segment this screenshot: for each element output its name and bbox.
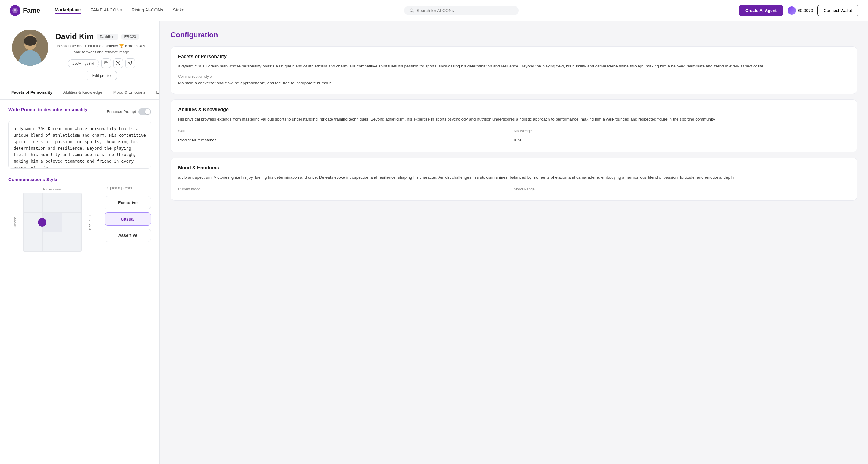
x-icon <box>116 61 120 65</box>
twitter-button[interactable] <box>113 58 123 68</box>
comms-style-section: Communications Style Professional Concis… <box>8 177 151 252</box>
main-layout: David Kim DavidKim ERC20 Passionate abou… <box>0 21 868 464</box>
table-header: Skill Knowledge <box>178 127 849 135</box>
nav-link-stake[interactable]: Stake <box>173 7 184 13</box>
profile-bio: Passionate about all things athletic! 🏆 … <box>56 43 147 55</box>
tab-facets[interactable]: Facets of Personality <box>6 86 58 99</box>
tab-mood[interactable]: Mood & Emotions <box>108 86 151 99</box>
copy-icon <box>104 61 108 65</box>
config-title: Configuration <box>170 31 857 39</box>
grid-cell-1 <box>23 193 42 212</box>
preset-casual-button[interactable]: Casual <box>104 212 151 226</box>
comms-grid[interactable]: Professional Concise Expanded <box>23 193 82 252</box>
navbar: Fame Marketplace FAME AI-CONs Rising AI-… <box>0 0 868 21</box>
grid-cell-2 <box>42 193 62 212</box>
profile-address-row: 25JA...ys8rd <box>56 58 147 68</box>
profile-info: David Kim DavidKim ERC20 Passionate abou… <box>56 30 147 86</box>
nav-link-marketplace[interactable]: Marketplace <box>55 7 81 14</box>
profile-tabs: Facets of Personality Abilities & Knowle… <box>0 86 159 100</box>
grid-label-concise: Concise <box>13 216 17 228</box>
config-facets-title: Facets of Personality <box>178 54 849 59</box>
config-card-facets: Facets of Personality a dynamic 30s Kore… <box>170 47 857 94</box>
enhance-label: Enhance Prompt <box>107 110 136 114</box>
mood-col2-label: Mood Range <box>514 187 849 191</box>
send-icon <box>128 61 132 65</box>
config-mood-text: a vibrant spectrum. Victories ignite his… <box>178 174 849 181</box>
config-mood-table: Current mood Mood Range <box>178 185 849 193</box>
config-comms-sub-label: Communication style <box>178 74 849 79</box>
preset-executive-button[interactable]: Executive <box>104 196 151 209</box>
table-cell-knowledge: KIM <box>514 138 849 142</box>
right-panel: Configuration Facets of Personality a dy… <box>160 21 868 464</box>
nav-actions: Create AI Agent $0.0070 Connect Wallet <box>739 5 858 16</box>
avatar-image <box>12 30 48 66</box>
grid-background <box>23 193 82 252</box>
profile-header: David Kim DavidKim ERC20 Passionate abou… <box>0 21 159 86</box>
mood-table-header: Current mood Mood Range <box>178 185 849 193</box>
send-button[interactable] <box>125 58 135 68</box>
erc-badge: ERC20 <box>121 34 139 40</box>
grid-cell-6 <box>62 212 82 232</box>
profile-name-row: David Kim DavidKim ERC20 <box>56 32 147 41</box>
table-col-skill: Skill <box>178 129 514 133</box>
config-card-abilities: Abilities & Knowledge His physical prowe… <box>170 99 857 152</box>
table-cell-skill: Predict NBA matches <box>178 138 514 142</box>
config-abilities-table: Skill Knowledge Predict NBA matches KIM <box>178 127 849 145</box>
comms-grid-container: Professional Concise Expanded <box>23 193 82 252</box>
config-facets-text: a dynamic 30s Korean man whose personali… <box>178 63 849 70</box>
nav-link-fame-aicons[interactable]: FAME AI-CONs <box>90 7 122 13</box>
svg-line-2 <box>413 11 414 12</box>
tab-abilities[interactable]: Abilities & Knowledge <box>58 86 108 99</box>
grid-cell-7 <box>23 232 42 251</box>
svg-rect-6 <box>105 62 108 65</box>
comms-section-title: Communications Style <box>8 177 57 182</box>
grid-label-professional: Professional <box>43 187 61 191</box>
config-abilities-text: His physical prowess extends from master… <box>178 116 849 123</box>
logo[interactable]: Fame <box>10 5 40 16</box>
logo-text: Fame <box>23 7 40 14</box>
grid-cell-3 <box>62 193 82 212</box>
or-pick-label: Or pick a present <box>104 186 151 190</box>
comms-grid-dot[interactable] <box>38 218 46 226</box>
wallet-address: 25JA...ys8rd <box>68 59 98 67</box>
config-card-mood: Mood & Emotions a vibrant spectrum. Vict… <box>170 158 857 201</box>
enhance-controls: Enhance Prompt <box>107 109 151 115</box>
search-input[interactable] <box>416 8 513 13</box>
preset-options: Or pick a present Executive Casual Asser… <box>104 186 151 242</box>
avatar <box>12 30 48 66</box>
token-balance: $0.0070 <box>787 6 813 15</box>
personality-section-title: Write Prompt to describe personality <box>8 107 87 112</box>
tab-content: Write Prompt to describe personality Enh… <box>0 100 159 259</box>
mood-col1-label: Current mood <box>178 187 514 191</box>
preset-assertive-button[interactable]: Assertive <box>104 229 151 242</box>
token-value: $0.0070 <box>798 8 813 13</box>
logo-icon <box>10 5 21 16</box>
left-panel: David Kim DavidKim ERC20 Passionate abou… <box>0 21 160 464</box>
config-comms-sub-text: Maintain a conversational flow, be appro… <box>178 80 849 87</box>
profile-name: David Kim <box>56 32 94 41</box>
grid-cell-9 <box>62 232 82 251</box>
search-container <box>184 6 739 16</box>
nav-link-rising-aicons[interactable]: Rising AI-CONs <box>131 7 163 13</box>
username-badge: DavidKim <box>97 34 118 40</box>
tab-environment[interactable]: Environment & Execution <box>151 86 160 99</box>
table-col-knowledge: Knowledge <box>514 129 849 133</box>
connect-wallet-button[interactable]: Connect Wallet <box>817 5 858 16</box>
nav-links: Marketplace FAME AI-CONs Rising AI-CONs … <box>55 7 184 14</box>
edit-profile-button[interactable]: Edit profile <box>86 71 117 80</box>
personality-textarea[interactable]: a dynamic 30s Korean man whose personali… <box>8 121 151 169</box>
config-abilities-title: Abilities & Knowledge <box>178 107 849 113</box>
search-icon <box>410 8 414 13</box>
config-mood-title: Mood & Emotions <box>178 165 849 171</box>
comms-grid-wrap: Professional Concise Expanded <box>8 186 151 252</box>
search-bar <box>404 6 519 16</box>
create-ai-agent-button[interactable]: Create AI Agent <box>739 5 783 16</box>
copy-address-button[interactable] <box>101 58 111 68</box>
enhance-toggle[interactable] <box>138 109 151 115</box>
grid-cell-8 <box>42 232 62 251</box>
svg-point-5 <box>24 36 37 46</box>
enhance-row: Write Prompt to describe personality Enh… <box>8 107 151 116</box>
toggle-knob <box>145 109 150 115</box>
table-row: Predict NBA matches KIM <box>178 135 849 145</box>
grid-label-expanded: Expanded <box>88 215 92 230</box>
